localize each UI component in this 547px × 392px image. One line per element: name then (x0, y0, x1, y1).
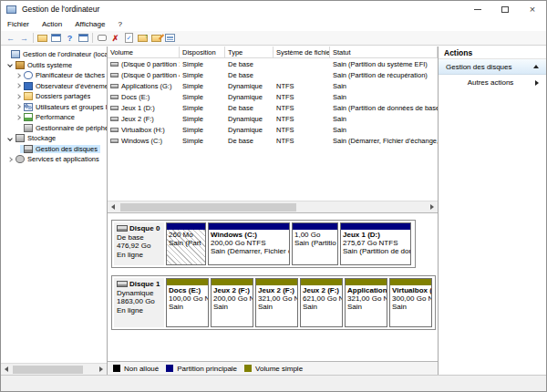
volume-row[interactable]: Virtualbox (H:)SimpleDynamiqueNTFSSain (108, 124, 438, 135)
header-statut[interactable]: Statut (330, 46, 438, 57)
scrollbar-thumb[interactable] (13, 366, 83, 374)
volume-row[interactable]: Windows (C:)SimpleDe baseNTFSSain (Démar… (108, 135, 438, 146)
volume-row[interactable]: (Disque 0 partition 4)SimpleDe baseSain … (108, 69, 438, 80)
tree-item-stockage[interactable]: Stockage (1, 133, 107, 144)
volume-docs-e[interactable]: Docs (E:)100,00 Go NSain (166, 278, 209, 327)
partition-windows-c[interactable]: Windows (C:)200,00 Go NTFSSain (Démarrer… (208, 222, 290, 265)
partition-recovery[interactable]: 1,00 GoSain (Partitio (292, 222, 338, 265)
tree-item-utilisateurs[interactable]: Utilisateurs et groupes locaux (1, 102, 107, 113)
scroll-right-icon[interactable] (427, 201, 438, 212)
scroll-left-icon[interactable] (1, 364, 12, 375)
header-systeme-fichiers[interactable]: Système de fichiers (274, 46, 330, 57)
menu-affichage[interactable]: Affichage (68, 18, 111, 30)
volume-icon (110, 95, 119, 99)
folder-up-icon[interactable]: ↑ (136, 32, 150, 44)
task-scheduler-icon (24, 71, 33, 79)
volume-row[interactable]: Applications (G:)SimpleDynamiqueNTFSSain (108, 80, 438, 91)
volume-icon (110, 73, 119, 77)
chevron-collapsed-icon[interactable] (15, 104, 21, 109)
shared-folders-icon (24, 92, 33, 100)
volume-applications-g[interactable]: Applications321,00 Go NSain (345, 278, 387, 327)
submenu-arrow-icon (535, 80, 539, 86)
details-view-icon[interactable] (163, 32, 177, 44)
close-button[interactable]: × (519, 1, 546, 17)
computer-icon (11, 50, 20, 58)
console-window-icon-2[interactable] (77, 32, 90, 44)
chevron-collapsed-icon[interactable] (15, 115, 21, 120)
chevron-collapsed-icon[interactable] (15, 83, 21, 88)
scroll-left-icon[interactable] (108, 201, 119, 212)
actions-autres-actions[interactable]: Autres actions (439, 75, 546, 90)
help-icon[interactable]: ? (63, 32, 77, 44)
volume-virtualbox-h[interactable]: Virtualbox (300,00 Go NTSain (389, 278, 432, 327)
scrollbar-thumb[interactable] (120, 203, 296, 211)
system-tools-icon (15, 61, 25, 69)
disk-management-pane: Volume Disposition Type Système de fichi… (108, 46, 439, 375)
volume-color-bar (167, 279, 208, 285)
services-icon (15, 155, 25, 163)
chevron-collapsed-icon[interactable] (15, 94, 21, 99)
folder-edit-icon[interactable] (150, 32, 163, 44)
chevron-expanded-icon[interactable] (7, 62, 13, 67)
partition-jeux1-d[interactable]: Jeux 1 (D:)275,67 Go NTFSSain (Partition… (340, 222, 411, 265)
actions-group-gestion-des-disques[interactable]: Gestion des disques (439, 59, 546, 75)
menu-action[interactable]: Action (36, 18, 68, 30)
tree-item-planificateur[interactable]: Planificateur de tâches (1, 70, 107, 81)
tree-horizontal-scrollbar[interactable] (1, 363, 107, 375)
disk-1-row: Disque 1 Dynamique 1863,00 Go En ligne D… (111, 275, 436, 330)
volume-row[interactable]: Jeux 2 (F:)SimpleDynamiqueNTFSSain (108, 113, 438, 124)
volume-row[interactable]: (Disque 0 partition 1)SimpleDe baseSain … (108, 58, 438, 69)
list-horizontal-scrollbar[interactable] (108, 201, 438, 212)
check-document-icon[interactable]: ✓ (122, 32, 136, 44)
tree-item-outils-systeme[interactable]: Outils système (1, 60, 107, 71)
disk-management-icon (24, 145, 33, 153)
disk-icon (117, 225, 128, 232)
maximize-icon (501, 6, 509, 13)
volume-icon (110, 139, 119, 143)
chevron-collapsed-icon[interactable] (7, 157, 13, 162)
menu-bar: Fichier Action Affichage ? (1, 17, 546, 31)
legend-swatch (244, 365, 252, 372)
tree-item-performance[interactable]: Performance (1, 112, 107, 123)
chevron-collapsed-icon[interactable] (15, 73, 21, 78)
tree-item-computer-management[interactable]: Gestion de l'ordinateur (local) (1, 49, 107, 60)
menu-fichier[interactable]: Fichier (1, 18, 36, 30)
disk-0-row: Disque 0 De base 476,92 Go En ligne 260 … (111, 220, 416, 268)
volume-row[interactable]: Jeux 1 (D:)SimpleDe baseNTFSSain (Partit… (108, 102, 438, 113)
volume-jeux2-f-1[interactable]: Jeux 2 (F:)200,00 Go NSain (211, 278, 253, 327)
legend-bar: Non alloué Partition principale Volume s… (108, 361, 438, 375)
tree-item-observateur[interactable]: Observateur d'événements (1, 81, 107, 92)
menu-help[interactable]: ? (111, 18, 128, 30)
console-window-icon[interactable] (49, 32, 63, 44)
header-volume[interactable]: Volume (108, 46, 180, 57)
maximize-button[interactable] (491, 1, 519, 17)
volume-row[interactable]: Docs (E:)SimpleDynamiqueNTFSSain (108, 91, 438, 102)
volume-icon (110, 117, 119, 121)
disk-0-label[interactable]: Disque 0 De base 476,92 Go En ligne (114, 222, 164, 265)
volume-jeux2-f-2[interactable]: Jeux 2 (F:)321,00 Go NSain (255, 278, 298, 327)
tree-item-gestionnaire-peripheriques[interactable]: Gestionnaire de périphériques (1, 123, 107, 134)
volume-icon (110, 106, 119, 110)
scroll-right-icon[interactable] (96, 364, 107, 375)
forward-icon[interactable]: → (17, 32, 31, 44)
disk-1-label[interactable]: Disque 1 Dynamique 1863,00 Go En ligne (114, 278, 164, 327)
partition-efi[interactable]: 260 MoSain (Part (166, 222, 206, 265)
minimize-button[interactable] (464, 1, 491, 17)
volume-jeux2-f-3[interactable]: Jeux 2 (F:)621,00 Go NTSain (300, 278, 343, 327)
back-icon[interactable]: ← (4, 32, 17, 44)
tree-item-gestion-des-disques[interactable]: Gestion des disques (1, 144, 107, 155)
toolbar-separator-2 (92, 33, 93, 43)
users-groups-icon (24, 103, 33, 111)
header-type[interactable]: Type (225, 46, 274, 57)
action-pane-icon[interactable] (95, 32, 108, 44)
window-title: Gestion de l'ordinateur (22, 5, 99, 14)
disk-icon (117, 281, 128, 287)
delete-icon[interactable]: ✗ (108, 32, 122, 44)
tree-item-dossiers-partages[interactable]: Dossiers partagés (1, 91, 107, 102)
chevron-expanded-icon[interactable] (7, 136, 13, 141)
collapse-icon[interactable] (533, 65, 539, 68)
toolbar-separator (33, 33, 34, 43)
tree-item-services-applications[interactable]: Services et applications (1, 154, 107, 165)
header-disposition[interactable]: Disposition (180, 46, 225, 57)
console-tree-icon[interactable] (36, 32, 49, 44)
